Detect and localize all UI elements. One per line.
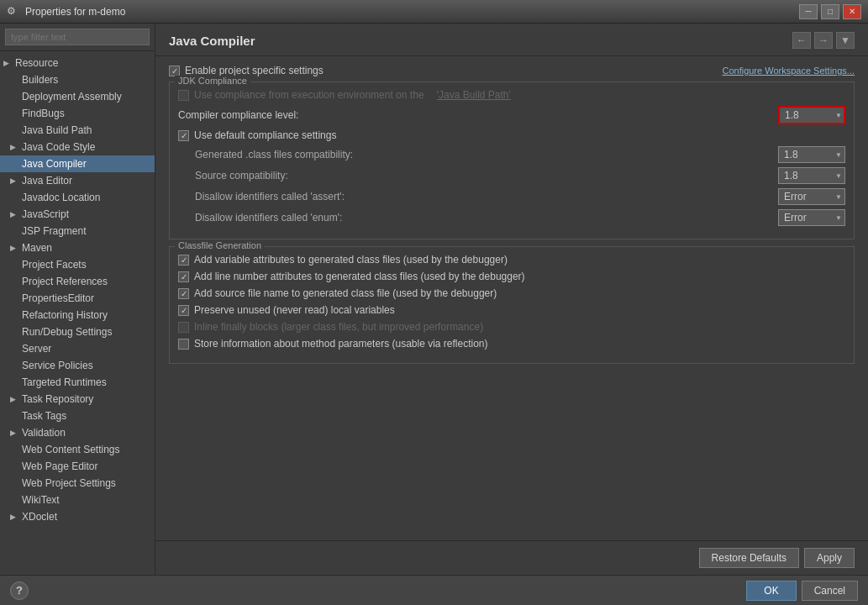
sidebar-item-server[interactable]: Server — [0, 340, 155, 357]
nav-forward-button[interactable]: → — [814, 32, 833, 49]
sidebar-item-findbugs[interactable]: FindBugs — [0, 105, 155, 122]
sidebar-item-label-project-references: Project References — [22, 276, 108, 287]
sidebar-item-resource[interactable]: ▶Resource — [0, 55, 155, 71]
close-button[interactable]: ✕ — [843, 4, 861, 19]
sub-setting-label-2: Disallow identifiers called 'assert': — [195, 191, 778, 203]
sidebar-item-label-web-page-editor: Web Page Editor — [22, 460, 98, 472]
help-button[interactable]: ? — [10, 581, 29, 600]
sidebar-item-label-jsp-fragment: JSP Fragment — [22, 225, 86, 237]
classfile-section: Classfile Generation Add variable attrib… — [169, 246, 855, 364]
title-icon: ⚙ — [7, 5, 20, 18]
ok-button[interactable]: OK — [746, 581, 796, 601]
sidebar-item-label-project-facets: Project Facets — [22, 259, 87, 271]
classfile-option-label-1[interactable]: Add line number attributes to generated … — [178, 271, 525, 282]
sidebar-item-java-code-style[interactable]: ▶Java Code Style — [0, 139, 155, 155]
sidebar-item-label-deployment-assembly: Deployment Assembly — [22, 91, 122, 103]
sidebar-item-label-java-code-style: Java Code Style — [22, 141, 95, 153]
sidebar-item-task-repository[interactable]: ▶Task Repository — [0, 391, 155, 408]
ok-cancel-group: OK Cancel — [746, 581, 858, 601]
cancel-button[interactable]: Cancel — [802, 581, 858, 601]
classfile-option-label-3[interactable]: Preserve unused (never read) local varia… — [178, 304, 395, 316]
classfile-option-label-2[interactable]: Add source file name to generated class … — [178, 287, 497, 299]
sub-setting-label-0: Generated .class files compatibility: — [195, 149, 778, 160]
classfile-option-checkbox-3[interactable] — [178, 305, 189, 316]
sidebar-item-xdoclet[interactable]: ▶XDoclet — [0, 508, 155, 525]
sidebar-item-web-project-settings[interactable]: Web Project Settings — [0, 475, 155, 492]
enable-settings-checkbox[interactable] — [169, 66, 180, 76]
sidebar-item-project-references[interactable]: Project References — [0, 273, 155, 290]
restore-defaults-button[interactable]: Restore Defaults — [699, 548, 799, 568]
sidebar-item-deployment-assembly[interactable]: Deployment Assembly — [0, 88, 155, 105]
sub-setting-dropdown-wrapper-1: 1.51.61.71.8 — [778, 167, 845, 184]
sub-settings-container: Generated .class files compatibility:1.5… — [178, 146, 845, 226]
default-compliance-label[interactable]: Use default compliance settings — [178, 129, 336, 141]
classfile-option-checkbox-1[interactable] — [178, 271, 189, 282]
sidebar: ▶ResourceBuildersDeployment AssemblyFind… — [0, 24, 155, 575]
sidebar-item-builders[interactable]: Builders — [0, 71, 155, 88]
sidebar-item-label-maven: Maven — [22, 242, 52, 254]
jdk-section-title: JDK Compliance — [175, 76, 250, 86]
sub-setting-dropdown-1[interactable]: 1.51.61.71.8 — [778, 167, 845, 184]
filter-box — [0, 24, 155, 51]
tree-arrow-java-editor: ▶ — [10, 176, 22, 185]
sidebar-item-label-resource: Resource — [15, 57, 58, 69]
classfile-option-row-4: Inline finally blocks (larger class file… — [178, 321, 845, 333]
classfile-option-label-5[interactable]: Store information about method parameter… — [178, 338, 488, 350]
sub-setting-dropdown-wrapper-3: ErrorWarningIgnore — [778, 209, 845, 226]
classfile-option-text-2: Add source file name to generated class … — [194, 287, 497, 299]
classfile-option-checkbox-0[interactable] — [178, 255, 189, 266]
sidebar-item-label-task-repository: Task Repository — [22, 393, 93, 405]
sidebar-item-label-refactoring-history: Refactoring History — [22, 309, 108, 321]
sub-setting-dropdown-0[interactable]: 1.51.61.71.8 — [778, 146, 845, 163]
sidebar-item-service-policies[interactable]: Service Policies — [0, 357, 155, 374]
enable-settings-checkbox-label[interactable]: Enable project specific settings — [169, 65, 324, 76]
panel-content: Enable project specific settings Configu… — [155, 56, 868, 540]
nav-dropdown-button[interactable]: ▼ — [836, 32, 855, 49]
sidebar-item-refactoring-history[interactable]: Refactoring History — [0, 307, 155, 324]
compliance-level-dropdown[interactable]: 1.51.61.71.891011 — [778, 106, 845, 124]
default-compliance-checkbox[interactable] — [178, 130, 189, 141]
configure-workspace-link[interactable]: Configure Workspace Settings... — [722, 66, 855, 76]
sidebar-item-project-facets[interactable]: Project Facets — [0, 256, 155, 273]
use-compliance-label: Use compliance from execution environmen… — [178, 89, 511, 101]
classfile-option-label-4: Inline finally blocks (larger class file… — [178, 321, 483, 333]
sidebar-item-javadoc-location[interactable]: Javadoc Location — [0, 189, 155, 206]
sidebar-item-properties-editor[interactable]: PropertiesEditor — [0, 290, 155, 307]
sidebar-item-validation[interactable]: ▶Validation — [0, 424, 155, 441]
tree-arrow-validation: ▶ — [10, 429, 22, 437]
enable-settings-row: Enable project specific settings Configu… — [169, 65, 855, 76]
sidebar-item-label-task-tags: Task Tags — [22, 410, 66, 422]
sub-setting-dropdown-2[interactable]: ErrorWarningIgnore — [778, 188, 845, 205]
tree-arrow-xdoclet: ▶ — [10, 513, 22, 521]
classfile-option-checkbox-2[interactable] — [178, 288, 189, 299]
sidebar-item-java-editor[interactable]: ▶Java Editor — [0, 172, 155, 189]
sidebar-item-run-debug-settings[interactable]: Run/Debug Settings — [0, 324, 155, 340]
nav-back-button[interactable]: ← — [792, 32, 811, 49]
tree-arrow-maven: ▶ — [10, 244, 22, 252]
sidebar-item-task-tags[interactable]: Task Tags — [0, 408, 155, 424]
classfile-option-checkbox-5[interactable] — [178, 339, 189, 350]
compliance-level-row: Compiler compliance level: 1.51.61.71.89… — [178, 106, 845, 124]
sidebar-item-label-javadoc-location: Javadoc Location — [22, 192, 100, 203]
sub-setting-dropdown-3[interactable]: ErrorWarningIgnore — [778, 209, 845, 226]
classfile-section-title: Classfile Generation — [175, 240, 265, 250]
classfile-option-label-0[interactable]: Add variable attributes to generated cla… — [178, 254, 508, 266]
classfile-option-text-0: Add variable attributes to generated cla… — [194, 254, 508, 266]
sidebar-item-javascript[interactable]: ▶JavaScript — [0, 206, 155, 223]
sidebar-item-web-page-editor[interactable]: Web Page Editor — [0, 458, 155, 475]
sidebar-item-wikitext[interactable]: WikiText — [0, 492, 155, 508]
sidebar-item-maven[interactable]: ▶Maven — [0, 239, 155, 256]
apply-button[interactable]: Apply — [804, 548, 855, 568]
classfile-option-row-5: Store information about method parameter… — [178, 338, 845, 350]
sidebar-item-java-build-path[interactable]: Java Build Path — [0, 122, 155, 139]
sub-setting-label-1: Source compatibility: — [195, 170, 778, 182]
sidebar-item-java-compiler[interactable]: Java Compiler — [0, 155, 155, 172]
maximize-button[interactable]: □ — [821, 4, 839, 19]
filter-input[interactable] — [5, 29, 150, 45]
sidebar-item-web-content-settings[interactable]: Web Content Settings — [0, 441, 155, 458]
sub-setting-row-0: Generated .class files compatibility:1.5… — [178, 146, 845, 163]
sidebar-item-jsp-fragment[interactable]: JSP Fragment — [0, 223, 155, 239]
sidebar-item-targeted-runtimes[interactable]: Targeted Runtimes — [0, 374, 155, 391]
sidebar-item-label-server: Server — [22, 343, 51, 355]
minimize-button[interactable]: ─ — [799, 4, 818, 19]
